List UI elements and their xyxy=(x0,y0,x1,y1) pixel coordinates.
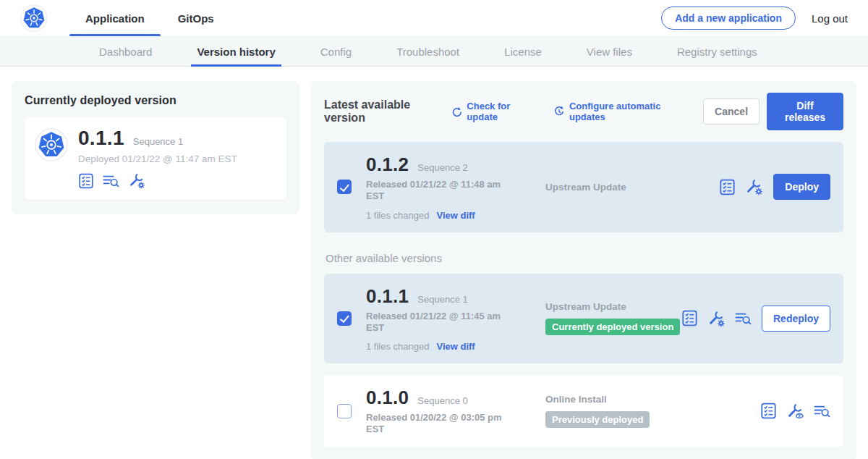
sequence-label: Sequence 0 xyxy=(417,395,467,406)
edit-config-icon[interactable] xyxy=(128,172,145,189)
released-timestamp: Released 01/21/22 @ 11:48 am EST xyxy=(366,179,509,203)
diff-releases-button[interactable]: Diff releases xyxy=(767,93,843,130)
version-source-label: Upstream Update xyxy=(545,182,626,193)
view-diff-link[interactable]: View diff xyxy=(436,210,475,221)
tab-application-label: Application xyxy=(85,12,145,25)
version-row-0-1-1: 0.1.1 Sequence 1 Released 01/21/22 @ 11:… xyxy=(324,274,843,364)
sequence-label: Sequence 2 xyxy=(417,162,467,173)
tab-license[interactable]: License xyxy=(504,37,542,66)
version-source-label: Upstream Update xyxy=(545,301,626,312)
tab-application[interactable]: Application xyxy=(75,0,155,36)
view-diff-link[interactable]: View diff xyxy=(436,341,475,352)
check-for-update-link[interactable]: Check for update xyxy=(451,101,535,122)
tab-gitops[interactable]: GitOps xyxy=(168,0,224,36)
files-changed-label: 1 files changed xyxy=(366,341,429,352)
deployed-version-card: 0.1.1 Sequence 1 Deployed 01/21/22 @ 11:… xyxy=(25,117,286,200)
edit-config-icon[interactable] xyxy=(707,310,726,327)
version-0-1-1-checkbox[interactable] xyxy=(337,311,352,326)
deployed-timestamp: Deployed 01/21/22 @ 11:47 am EST xyxy=(78,153,237,164)
auto-update-clock-icon xyxy=(553,105,565,118)
deployed-version-number: 0.1.1 xyxy=(78,127,124,150)
tab-view-files[interactable]: View files xyxy=(587,37,632,66)
previously-deployed-badge: Previously deployed xyxy=(545,411,650,428)
preflight-checks-icon[interactable] xyxy=(681,310,698,327)
top-nav-tabs: Application GitOps xyxy=(75,0,237,36)
version-0-1-2-checkbox[interactable] xyxy=(337,180,352,194)
edit-config-icon[interactable] xyxy=(745,178,763,195)
view-config-icon[interactable] xyxy=(786,403,804,420)
released-timestamp: Released 01/21/22 @ 11:45 am EST xyxy=(366,311,509,334)
files-changed-label: 1 files changed xyxy=(366,210,429,221)
tab-registry-settings[interactable]: Registry settings xyxy=(677,37,757,66)
deployed-sequence-label: Sequence 1 xyxy=(133,136,183,147)
version-source-label: Online Install xyxy=(545,394,607,405)
deploy-logs-icon[interactable] xyxy=(735,311,752,326)
released-timestamp: Released 01/20/22 @ 03:05 pm EST xyxy=(366,412,509,436)
deploy-logs-icon[interactable] xyxy=(814,403,830,418)
tab-gitops-label: GitOps xyxy=(178,12,214,25)
version-number: 0.1.1 xyxy=(366,285,409,308)
version-row-0-1-2: 0.1.2 Sequence 2 Released 01/21/22 @ 11:… xyxy=(324,142,843,232)
app-sub-nav: Dashboard Version history Config Trouble… xyxy=(0,36,868,67)
tab-config[interactable]: Config xyxy=(320,37,352,66)
tab-version-history[interactable]: Version history xyxy=(197,37,275,66)
currently-deployed-panel: Currently deployed version 0.1.1 Sequenc… xyxy=(12,81,299,214)
currently-deployed-badge: Currently deployed version xyxy=(545,319,680,335)
version-history-panel: Latest available version Check for updat… xyxy=(311,81,856,459)
configure-automatic-updates-link[interactable]: Configure automatic updates xyxy=(553,101,684,122)
preflight-checks-icon[interactable] xyxy=(760,403,777,419)
redeploy-button[interactable]: Redeploy xyxy=(762,306,830,332)
refresh-icon xyxy=(451,106,462,118)
add-new-application-button[interactable]: Add a new application xyxy=(661,7,796,30)
logout-link[interactable]: Log out xyxy=(812,12,848,25)
preflight-checks-icon[interactable] xyxy=(719,179,736,195)
tab-dashboard[interactable]: Dashboard xyxy=(99,37,152,66)
latest-available-title: Latest available version xyxy=(324,98,440,125)
version-number: 0.1.0 xyxy=(366,387,409,409)
cancel-button[interactable]: Cancel xyxy=(703,98,760,125)
sequence-label: Sequence 1 xyxy=(417,294,467,305)
app-kubernetes-icon xyxy=(35,128,68,161)
kubernetes-logo xyxy=(20,4,48,32)
other-available-versions-label: Other available versions xyxy=(326,252,843,264)
top-nav-bar: Application GitOps Add a new application… xyxy=(0,0,868,36)
tab-troubleshoot[interactable]: Troubleshoot xyxy=(396,37,459,66)
preflight-checks-icon[interactable] xyxy=(78,173,94,189)
currently-deployed-title: Currently deployed version xyxy=(25,94,286,107)
version-row-0-1-0: 0.1.0 Sequence 0 Released 01/20/22 @ 03:… xyxy=(324,375,843,447)
version-0-1-0-checkbox[interactable] xyxy=(337,404,352,418)
version-number: 0.1.2 xyxy=(366,153,409,176)
deploy-button[interactable]: Deploy xyxy=(773,174,830,200)
deploy-logs-icon[interactable] xyxy=(103,173,119,188)
